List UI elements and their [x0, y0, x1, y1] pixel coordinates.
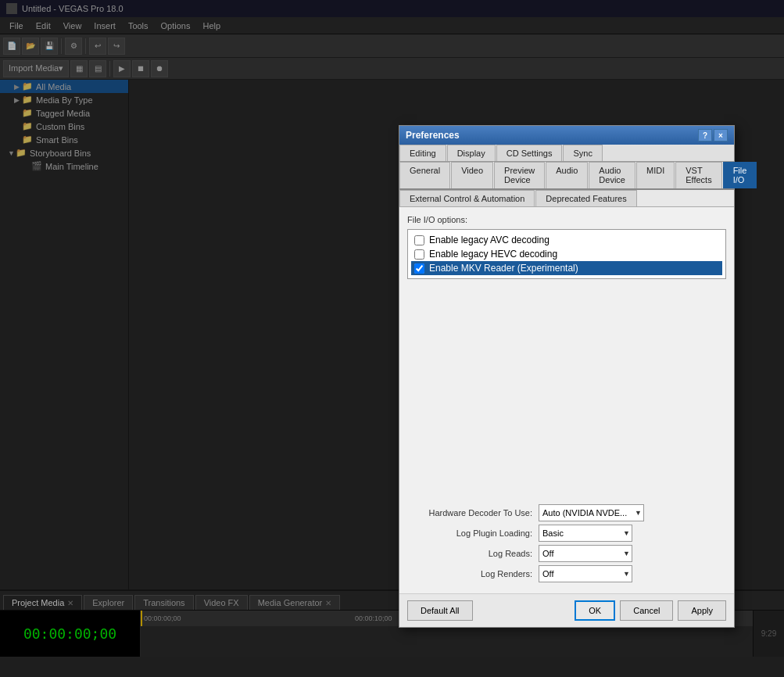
form-label-log-reads: Log Reads: — [407, 549, 532, 558]
tab-cd-settings[interactable]: CD Settings — [496, 145, 563, 161]
checkbox-legacy-avc[interactable]: Enable legacy AVC decoding — [411, 233, 722, 247]
dialog-title-buttons: ? × — [698, 129, 728, 141]
tab-label-file-io: File I/O — [733, 166, 747, 184]
checkbox-legacy-hevc-label: Enable legacy HEVC decoding — [429, 249, 557, 260]
pref-tab-row1: Editing Display CD Settings Sync — [399, 145, 734, 162]
form-row-hardware-decoder: Hardware Decoder To Use: Auto (NVIDIA NV… — [407, 504, 726, 521]
hardware-decoder-select[interactable]: Auto (NVIDIA NVDE... — [539, 504, 644, 521]
log-plugin-select-wrapper: Basic ▼ — [539, 525, 632, 542]
tab-deprecated[interactable]: Deprecated Features — [535, 190, 636, 206]
form-label-hardware-decoder: Hardware Decoder To Use: — [407, 508, 532, 518]
log-renders-select-wrapper: Off ▼ — [539, 565, 632, 582]
tab-label-midi: MIDI — [646, 166, 664, 175]
tab-label-vst-effects: VST Effects — [686, 166, 711, 184]
preferences-dialog: Preferences ? × Editing Display CD Setti… — [399, 125, 735, 628]
tab-label-audio-device: Audio Device — [599, 166, 625, 184]
tab-video[interactable]: Video — [451, 162, 493, 188]
cancel-button[interactable]: Cancel — [620, 600, 673, 621]
pref-tab-row3: External Control & Automation Deprecated… — [399, 190, 734, 207]
tab-midi[interactable]: MIDI — [636, 162, 675, 188]
tab-display[interactable]: Display — [447, 145, 496, 161]
apply-button[interactable]: Apply — [678, 600, 726, 621]
tab-audio[interactable]: Audio — [546, 162, 588, 188]
ok-button[interactable]: OK — [575, 600, 615, 621]
tab-ext-control[interactable]: External Control & Automation — [399, 190, 535, 206]
tab-editing[interactable]: Editing — [399, 145, 446, 161]
tab-label-general: General — [410, 166, 440, 175]
dialog-footer: Default All OK Cancel Apply — [399, 593, 734, 627]
log-plugin-select[interactable]: Basic — [539, 525, 632, 542]
form-row-log-renders: Log Renders: Off ▼ — [407, 565, 726, 582]
tab-file-io[interactable]: File I/O — [723, 162, 757, 188]
tab-label-cd-settings: CD Settings — [507, 149, 553, 158]
tab-general[interactable]: General — [399, 162, 450, 188]
tab-label-video: Video — [461, 166, 483, 175]
tab-label-deprecated: Deprecated Features — [546, 194, 626, 203]
pref-tab-row2: General Video Preview Device Audio Audio… — [399, 162, 734, 190]
empty-content-area — [407, 285, 726, 504]
tab-audio-device[interactable]: Audio Device — [589, 162, 635, 188]
tab-label-audio: Audio — [556, 166, 578, 175]
checkbox-mkv-reader[interactable]: Enable MKV Reader (Experimental) — [411, 261, 722, 275]
tab-sync[interactable]: Sync — [563, 145, 602, 161]
log-reads-select-wrapper: Off ▼ — [539, 545, 632, 562]
dialog-content: File I/O options: Enable legacy AVC deco… — [399, 207, 734, 593]
dialog-title: Preferences — [406, 130, 460, 141]
tab-label-display: Display — [457, 149, 485, 158]
log-renders-select[interactable]: Off — [539, 565, 632, 582]
form-label-log-renders: Log Renders: — [407, 569, 532, 578]
tab-label-editing: Editing — [410, 149, 436, 158]
tab-label-preview-device: Preview Device — [504, 166, 535, 184]
checkbox-mkv-reader-input[interactable] — [414, 263, 424, 274]
checkbox-legacy-hevc-input[interactable] — [414, 249, 424, 260]
form-label-log-plugin: Log Plugin Loading: — [407, 528, 532, 538]
checkbox-mkv-reader-label: Enable MKV Reader (Experimental) — [429, 263, 578, 274]
hardware-decoder-select-wrapper: Auto (NVIDIA NVDE... ▼ — [539, 504, 644, 521]
checkbox-area: Enable legacy AVC decoding Enable legacy… — [407, 229, 726, 279]
dialog-close-btn[interactable]: × — [714, 129, 728, 141]
dialog-help-btn[interactable]: ? — [698, 129, 712, 141]
checkbox-legacy-avc-label: Enable legacy AVC decoding — [429, 235, 550, 245]
section-label: File I/O options: — [407, 215, 726, 224]
form-row-log-plugin: Log Plugin Loading: Basic ▼ — [407, 525, 726, 542]
log-reads-select[interactable]: Off — [539, 545, 632, 562]
dialog-titlebar: Preferences ? × — [399, 126, 734, 145]
tab-vst-effects[interactable]: VST Effects — [675, 162, 721, 188]
default-all-button[interactable]: Default All — [407, 600, 473, 621]
checkbox-legacy-hevc[interactable]: Enable legacy HEVC decoding — [411, 247, 722, 261]
tab-label-sync: Sync — [573, 149, 592, 158]
checkbox-legacy-avc-input[interactable] — [414, 235, 424, 245]
tab-label-ext-control: External Control & Automation — [410, 194, 524, 203]
tab-preview-device[interactable]: Preview Device — [494, 162, 545, 188]
form-row-log-reads: Log Reads: Off ▼ — [407, 545, 726, 562]
